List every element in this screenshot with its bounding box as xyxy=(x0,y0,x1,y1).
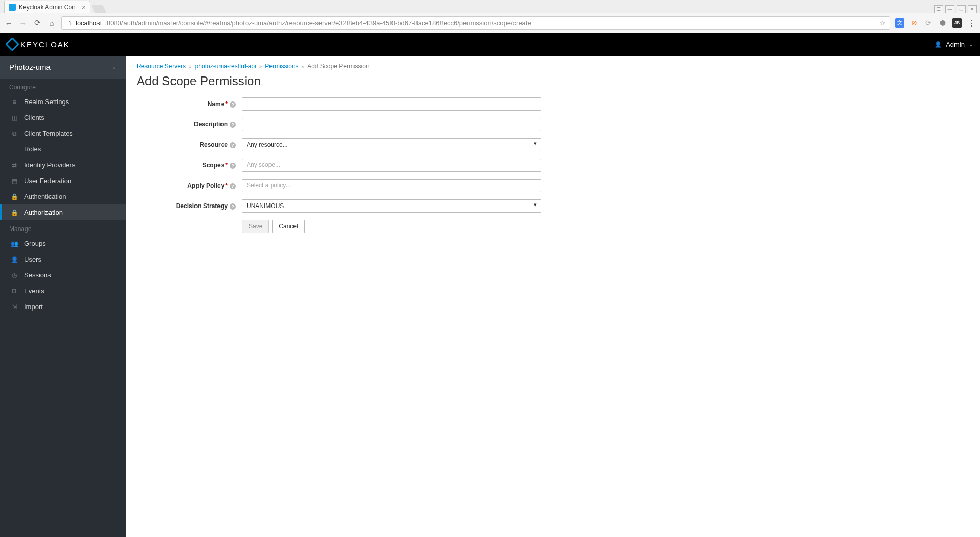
section-title-manage: Manage xyxy=(0,220,126,236)
back-button[interactable]: ← xyxy=(4,19,13,28)
sidebar-item-clients[interactable]: ◫Clients xyxy=(0,110,126,125)
sidebar-item-roles[interactable]: ≣Roles xyxy=(0,141,126,157)
home-button[interactable]: ⌂ xyxy=(47,19,56,28)
scopes-input[interactable]: Any scope... xyxy=(242,159,541,172)
main-content: Resource Servers»photoz-uma-restful-api»… xyxy=(126,56,980,537)
import-icon: ⇲ xyxy=(11,303,18,311)
sidebar-item-authentication[interactable]: 🔒Authentication xyxy=(0,189,126,204)
user-icon: 👤 xyxy=(935,41,942,48)
required-marker: * xyxy=(225,100,228,108)
sidebar-item-import[interactable]: ⇲Import xyxy=(0,299,126,315)
help-icon[interactable]: ? xyxy=(230,163,236,169)
sidebar-item-label: Clients xyxy=(24,114,44,121)
breadcrumb-item[interactable]: photoz-uma-restful-api xyxy=(195,63,256,70)
apply-policy-label: Apply Policy*? xyxy=(137,182,242,189)
help-icon[interactable]: ? xyxy=(230,122,236,128)
extension-icon[interactable]: ⊘ xyxy=(910,18,919,28)
site-info-icon[interactable]: 🗋 xyxy=(66,19,72,27)
sidebar-item-label: Authentication xyxy=(24,193,66,200)
scopes-label: Scopes*? xyxy=(137,162,242,169)
extension-icon-3[interactable]: ⬢ xyxy=(938,18,947,28)
sidebar-item-label: Events xyxy=(24,287,44,295)
keycloak-logo-icon xyxy=(7,39,17,49)
browser-tab[interactable]: Keycloak Admin Con × xyxy=(4,1,90,13)
close-window-button[interactable]: ✕ xyxy=(968,5,977,13)
sidebar-item-sessions[interactable]: ◷Sessions xyxy=(0,267,126,283)
cancel-button[interactable]: Cancel xyxy=(272,220,304,233)
sidebar-item-users[interactable]: 👤Users xyxy=(0,251,126,267)
brand-text: KEYCLOAK xyxy=(20,40,70,49)
save-button[interactable]: Save xyxy=(242,220,269,233)
button-row: Save Cancel xyxy=(242,220,969,233)
minimize-button[interactable]: — xyxy=(945,5,954,13)
calendar-icon: 🗓 xyxy=(11,288,18,295)
sidebar-item-identity-providers[interactable]: ⇄Identity Providers xyxy=(0,157,126,173)
chevron-down-icon: ⌄ xyxy=(969,42,973,47)
form-row-apply-policy: Apply Policy*? Select a policy... xyxy=(137,179,969,192)
clock-icon: ◷ xyxy=(11,272,18,279)
breadcrumb-separator: » xyxy=(302,64,305,69)
reload-button[interactable]: ⟳ xyxy=(33,18,42,28)
help-icon[interactable]: ? xyxy=(230,183,236,189)
sidebar-item-groups[interactable]: 👥Groups xyxy=(0,236,126,251)
sidebar-item-events[interactable]: 🗓Events xyxy=(0,283,126,299)
sidebar-item-user-federation[interactable]: ▤User Federation xyxy=(0,173,126,189)
chevron-down-icon: ⌄ xyxy=(112,64,116,70)
sidebar-item-label: Import xyxy=(24,303,43,311)
url-bar[interactable]: 🗋 localhost:8080/auth/admin/master/conso… xyxy=(61,16,890,30)
sidebar-item-label: Roles xyxy=(24,145,41,153)
url-host: localhost xyxy=(76,19,102,27)
user-icon: 👤 xyxy=(11,256,18,263)
sidebar-item-client-templates[interactable]: ⧉Client Templates xyxy=(0,125,126,141)
lock-icon: 🔒 xyxy=(11,209,18,216)
app-header: KEYCLOAK 👤 Admin ⌄ xyxy=(0,33,980,56)
page-title: Add Scope Permission xyxy=(137,74,969,88)
description-label: Description? xyxy=(137,121,242,128)
required-marker: * xyxy=(225,162,228,169)
name-input[interactable] xyxy=(242,97,541,111)
breadcrumb-separator: » xyxy=(189,64,192,69)
exchange-icon: ⇄ xyxy=(11,162,18,169)
url-path: :8080/auth/admin/master/console/#/realms… xyxy=(105,19,531,27)
brand-logo[interactable]: KEYCLOAK xyxy=(7,39,70,49)
translate-icon[interactable]: 文 xyxy=(895,18,904,28)
user-label: Admin xyxy=(946,41,965,48)
decision-select[interactable]: UNANIMOUS xyxy=(242,199,541,213)
realm-selector[interactable]: Photoz-uma ⌄ xyxy=(0,56,126,79)
nav-bar: ← → ⟳ ⌂ 🗋 localhost:8080/auth/admin/mast… xyxy=(0,13,980,33)
help-icon[interactable]: ? xyxy=(230,203,236,210)
resource-label: Resource? xyxy=(137,141,242,148)
sidebar-item-realm-settings[interactable]: ≡Realm Settings xyxy=(0,94,126,110)
menu-button[interactable]: ⋮ xyxy=(967,18,976,28)
help-icon[interactable]: ? xyxy=(230,142,236,148)
maximize-button[interactable]: ▭ xyxy=(957,5,966,13)
sidebar-item-label: User Federation xyxy=(24,177,71,185)
close-tab-icon[interactable]: × xyxy=(82,3,86,11)
description-input[interactable] xyxy=(242,118,541,131)
forward-button[interactable]: → xyxy=(18,19,28,28)
decision-select-wrap: UNANIMOUS xyxy=(242,199,541,213)
app-body: Photoz-uma ⌄ Configure ≡Realm Settings◫C… xyxy=(0,56,980,537)
new-tab-button[interactable] xyxy=(91,5,106,13)
tab-title: Keycloak Admin Con xyxy=(19,4,76,11)
bookmark-star-icon[interactable]: ☆ xyxy=(879,19,886,27)
breadcrumb: Resource Servers»photoz-uma-restful-api»… xyxy=(137,63,969,70)
apply-policy-input[interactable]: Select a policy... xyxy=(242,179,541,192)
extension-icon-4[interactable]: JB xyxy=(952,18,962,28)
resource-select-wrap: Any resource... xyxy=(242,138,541,151)
sliders-icon: ≡ xyxy=(11,98,18,106)
form-row-resource: Resource? Any resource... xyxy=(137,138,969,151)
sidebar-item-authorization[interactable]: 🔒Authorization xyxy=(0,204,126,220)
sidebar: Photoz-uma ⌄ Configure ≡Realm Settings◫C… xyxy=(0,56,126,537)
window-controls: ☰ — ▭ ✕ xyxy=(934,5,977,13)
resource-select[interactable]: Any resource... xyxy=(242,138,541,151)
breadcrumb-item[interactable]: Permissions xyxy=(265,63,298,70)
sidebar-item-label: Sessions xyxy=(24,271,51,279)
form-row-description: Description? xyxy=(137,118,969,131)
incognito-icon[interactable]: ☰ xyxy=(934,5,943,13)
breadcrumb-item[interactable]: Resource Servers xyxy=(137,63,186,70)
extension-icon-2[interactable]: ⟳ xyxy=(924,18,933,28)
user-menu[interactable]: 👤 Admin ⌄ xyxy=(926,33,973,56)
help-icon[interactable]: ? xyxy=(230,101,236,108)
group-icon: 👥 xyxy=(11,240,18,247)
